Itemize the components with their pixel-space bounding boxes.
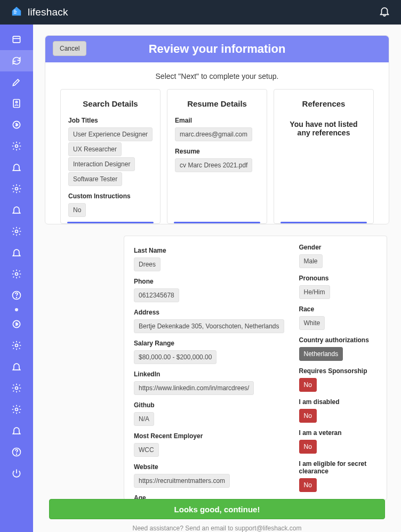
sidebar: [0, 25, 33, 532]
salary-label: Salary Range: [134, 340, 284, 347]
phone-label: Phone: [134, 278, 284, 285]
svg-point-16: [17, 454, 17, 455]
brand-title: lifeshack: [28, 6, 68, 18]
main-area: Cancel Review your information Select "N…: [33, 25, 401, 532]
card-accent: [67, 222, 154, 223]
page-title: Review your information: [53, 42, 381, 56]
sidebar-item-help-2[interactable]: [0, 441, 33, 463]
svg-point-3: [15, 101, 17, 103]
job-titles-label: Job Titles: [68, 117, 153, 124]
references-empty: You have not listed any references: [282, 117, 366, 140]
card-title: References: [282, 99, 366, 108]
sidebar-item-settings-6[interactable]: [0, 377, 33, 399]
pronouns-label: Pronouns: [299, 275, 377, 282]
custom-instructions-value: No: [68, 203, 86, 217]
sidebar-item-settings-7[interactable]: [0, 399, 33, 420]
sidebar-item-settings-5[interactable]: [0, 335, 33, 356]
page-subtitle: Select "Next" to complete your setup.: [45, 62, 389, 89]
sidebar-item-refresh[interactable]: [0, 50, 33, 71]
details-right-column: Gender Male Pronouns He/Him Race White C…: [299, 244, 377, 500]
sidebar-item-bell-5[interactable]: [0, 420, 33, 441]
sidebar-item-profile[interactable]: [0, 93, 33, 114]
linkedin-value: https://www.linkedin.com/in/marcdrees/: [134, 381, 254, 395]
disabled-value: No: [299, 409, 317, 423]
brand: lifeshack: [11, 5, 68, 20]
sidebar-item-help[interactable]: [0, 285, 33, 306]
card-search-details: Search Details Job Titles User Experienc…: [60, 89, 161, 224]
sidebar-item-bell-4[interactable]: [0, 356, 33, 377]
sponsorship-label: Requires Sponsorship: [299, 367, 377, 375]
sidebar-item-power[interactable]: [0, 463, 33, 484]
cancel-button[interactable]: Cancel: [53, 41, 86, 56]
card-references: References You have not listed any refer…: [274, 89, 374, 224]
sponsorship-value: No: [299, 378, 317, 392]
topbar: lifeshack: [0, 0, 401, 25]
card-resume-details: Resume Details Email marc.drees@gmail.co…: [167, 89, 267, 224]
veteran-value: No: [299, 440, 317, 454]
resume-value: cv Marc Drees 2021.pdf: [175, 158, 252, 172]
last-name-label: Last Name: [134, 247, 284, 254]
card-accent: [174, 222, 260, 223]
sidebar-item-bell-2[interactable]: [0, 199, 33, 221]
svg-point-7: [15, 230, 18, 233]
continue-button[interactable]: Looks good, continue!: [49, 499, 385, 519]
job-title-chip: Software Tester: [68, 172, 122, 186]
sidebar-item-settings-4[interactable]: [0, 263, 33, 285]
job-title-chip: UX Researcher: [68, 142, 122, 156]
sidebar-item-settings-3[interactable]: [0, 221, 33, 242]
clearance-value: No: [299, 478, 317, 492]
race-label: Race: [299, 305, 377, 313]
country-auth-value: Netherlands: [299, 347, 343, 361]
resume-label: Resume: [175, 148, 259, 155]
svg-rect-0: [13, 36, 20, 43]
sidebar-item-money[interactable]: [0, 114, 33, 135]
svg-point-14: [15, 408, 18, 411]
sidebar-item-card[interactable]: [0, 29, 33, 50]
custom-instructions-label: Custom Instructions: [68, 192, 153, 200]
salary-value: $80,000.00 - $200,000.00: [134, 350, 216, 364]
sidebar-item-bell-1[interactable]: [0, 157, 33, 178]
job-title-chip: User Experience Designer: [68, 127, 153, 141]
svg-point-8: [15, 273, 18, 276]
svg-point-6: [15, 188, 18, 190]
home-icon: [11, 5, 22, 20]
linkedin-label: LinkedIn: [134, 370, 284, 378]
bell-icon[interactable]: [379, 5, 390, 19]
race-value: White: [299, 316, 325, 330]
summary-cards: Search Details Job Titles User Experienc…: [45, 89, 389, 224]
sidebar-item-edit[interactable]: [0, 71, 33, 93]
details-panel: Last Name Drees Phone 0612345678 Address…: [124, 236, 387, 500]
svg-point-5: [15, 145, 18, 148]
website-label: Website: [134, 463, 284, 471]
address-label: Address: [134, 309, 284, 316]
svg-point-12: [15, 344, 18, 347]
email-label: Email: [175, 117, 259, 124]
email-value: marc.drees@gmail.com: [175, 127, 252, 141]
github-value: N/A: [134, 412, 154, 426]
employer-label: Most Recent Employer: [134, 432, 284, 440]
last-name-value: Drees: [134, 257, 161, 271]
sidebar-item-bell-3[interactable]: [0, 242, 33, 263]
card-title: Search Details: [68, 99, 153, 108]
gender-value: Male: [299, 254, 323, 268]
github-label: Github: [134, 401, 284, 409]
sidebar-item-money-2[interactable]: [0, 313, 33, 335]
assist-text: Need assistance? Send an email to suppor…: [33, 525, 401, 532]
job-title-chip: Interaction Designer: [68, 157, 135, 171]
disabled-label: I am disabled: [299, 398, 377, 406]
card-accent: [280, 222, 367, 223]
card-title: Resume Details: [175, 99, 259, 108]
employer-value: WCC: [134, 443, 159, 457]
address-value: Bertje Dekenkade 305, Voorschoten, Nethe…: [134, 319, 284, 333]
clearance-label: I am eligible for secret clearance: [299, 460, 377, 475]
phone-value: 0612345678: [134, 288, 179, 302]
sidebar-item-settings-2[interactable]: [0, 178, 33, 199]
veteran-label: I am a veteran: [299, 429, 377, 437]
page-header: Cancel Review your information: [45, 36, 389, 62]
svg-point-13: [15, 387, 18, 390]
website-value: https://recruitmentmatters.com: [134, 474, 230, 488]
pronouns-value: He/Him: [299, 285, 330, 299]
sidebar-separator-dot: [0, 306, 33, 313]
country-auth-label: Country authorizations: [299, 336, 377, 344]
sidebar-item-settings-1[interactable]: [0, 135, 33, 157]
